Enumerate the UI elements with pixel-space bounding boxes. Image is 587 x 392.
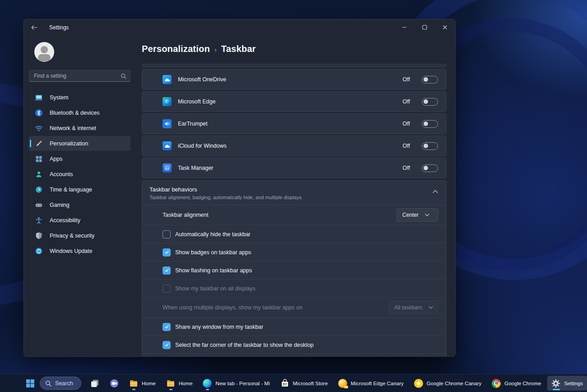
accessibility-icon [35,216,43,224]
sidebar-item-privacy[interactable]: Privacy & security [29,228,130,243]
breadcrumb-parent[interactable]: Personalization [142,44,210,54]
app-row-label: Microsoft OneDrive [178,76,396,83]
start-button[interactable] [26,377,35,390]
gaming-icon [35,201,43,209]
setting-label: Show my taskbar on all displays [175,285,438,292]
taskbar-item-edge-canary[interactable]: Microsoft Edge Canary [334,376,408,391]
apps-icon [35,155,43,163]
maximize-button[interactable] [415,19,435,35]
close-button[interactable] [435,19,455,35]
sidebar-item-label: Windows Update [50,248,93,254]
taskbar-item-microsoft-store[interactable]: Microsoft Store [276,376,332,391]
edge-icon [203,379,212,388]
minimize-button[interactable] [394,19,415,35]
search-input[interactable]: Find a setting [29,70,130,82]
taskbar: Search Home Home New tab - Personal - Mi… [0,374,587,392]
accounts-icon [35,170,43,178]
multiple-displays-dropdown[interactable]: All taskbars [388,301,438,314]
taskbar-item-label: Microsoft Store [293,381,328,386]
chevron-up-icon[interactable] [433,190,438,193]
windows-logo-icon [26,379,35,388]
back-button[interactable] [27,22,42,33]
sidebar-item-label: Time & language [50,187,92,193]
eartrumpet-toggle[interactable] [422,120,438,128]
taskbar-item-chrome-canary[interactable]: Google Chrome Canary [410,376,485,391]
sidebar-item-accessibility[interactable]: Accessibility [29,213,130,228]
settings-window: Settings Find a setting System Bluetooth… [23,19,456,357]
taskbar-item-chrome[interactable]: Google Chrome [488,376,545,391]
settings-scroll-area[interactable]: Microsoft OneDrive Off Microsoft Edge Of… [142,64,447,356]
sidebar-item-label: Personalization [50,140,88,147]
sidebar-item-label: Network & internet [50,125,96,131]
taskbar-item-edge[interactable]: New tab - Personal - Mi [199,376,274,391]
app-row-onedrive: Microsoft OneDrive Off [142,69,447,90]
setting-row-taskbar-alignment: Taskbar alignment Center [142,205,446,225]
toggle-state-label: Off [403,165,410,171]
dropdown-value: Center [402,212,419,218]
app-row-eartrumpet: EarTrumpet Off [142,113,447,134]
taskbar-item-home-1[interactable]: Home [125,376,160,391]
task-view-button[interactable] [86,376,103,391]
setting-label: Select the far corner of the taskbar to … [175,342,438,348]
sidebar-item-label: Bluetooth & devices [50,110,100,116]
taskbar-search-input[interactable]: Search [40,377,81,390]
sidebar-item-personalization[interactable]: Personalization [29,136,130,151]
chat-button[interactable] [106,376,123,391]
app-row-edge: Microsoft Edge Off [142,91,447,112]
edge-toggle[interactable] [422,98,438,106]
sidebar-item-bluetooth[interactable]: Bluetooth & devices [29,105,130,120]
sidebar-item-network[interactable]: Network & internet [29,121,130,135]
sidebar-item-system[interactable]: System [29,90,130,105]
titlebar: Settings [24,19,455,36]
personalization-icon [35,140,43,148]
app-row-label: iCloud for Windows [178,143,396,149]
taskbar-item-home-2[interactable]: Home [162,376,197,391]
minimize-icon [402,25,407,30]
store-icon [280,379,289,388]
app-row-label: Microsoft Edge [178,98,396,105]
setting-label: Show badges on taskbar apps [175,249,438,256]
folder-icon [166,379,175,388]
sidebar-item-label: Accessibility [50,217,80,224]
partial-card-sliver [142,64,447,67]
edge-icon [163,97,172,106]
settings-gear-icon [551,379,560,388]
sidebar-item-label: Accounts [50,171,73,177]
breadcrumb-current: Taskbar [221,44,256,54]
icloud-toggle[interactable] [422,142,438,150]
toggle-state-label: Off [403,143,410,149]
taskbar-item-settings[interactable]: Settings [547,376,587,391]
sidebar-item-label: System [50,94,69,101]
setting-row-show-seconds: Show seconds in system tray clock (uses … [142,354,446,356]
taskbar-alignment-dropdown[interactable]: Center [396,208,438,222]
all-displays-checkbox[interactable] [163,285,171,293]
chat-icon [110,379,119,388]
task-manager-toggle[interactable] [422,164,438,172]
system-icon [35,93,43,102]
sidebar-item-accounts[interactable]: Accounts [29,167,130,182]
taskbar-behaviors-header[interactable]: Taskbar behaviors Taskbar alignment, bad… [142,181,446,205]
sidebar-item-label: Gaming [50,202,70,208]
onedrive-toggle[interactable] [422,76,438,84]
icloud-icon [163,141,172,150]
show-badges-checkbox[interactable] [163,248,171,257]
taskbar-item-label: Microsoft Edge Canary [351,381,404,386]
taskbar-item-label: New tab - Personal - Mi [215,381,270,386]
setting-row-taskbar-all-displays: Show my taskbar on all displays [142,279,446,297]
sidebar-item-windows-update[interactable]: Windows Update [29,243,130,258]
show-flashing-checkbox[interactable] [163,266,171,275]
far-corner-checkbox[interactable] [163,341,171,349]
sidebar-item-apps[interactable]: Apps [29,151,130,166]
sidebar-item-gaming[interactable]: Gaming [29,197,130,212]
auto-hide-checkbox[interactable] [163,230,171,238]
bluetooth-icon [35,109,43,117]
setting-row-show-badges: Show badges on taskbar apps [142,243,446,261]
onedrive-icon [163,75,172,84]
setting-label: Show flashing on taskbar apps [175,267,438,274]
folder-icon [129,379,138,388]
sidebar-item-time-language[interactable]: Time & language [29,182,130,197]
toggle-state-label: Off [403,98,410,105]
main-content: Personalization › Taskbar Microsoft OneD… [137,36,455,356]
share-window-checkbox[interactable] [163,323,171,331]
avatar[interactable] [34,42,54,62]
